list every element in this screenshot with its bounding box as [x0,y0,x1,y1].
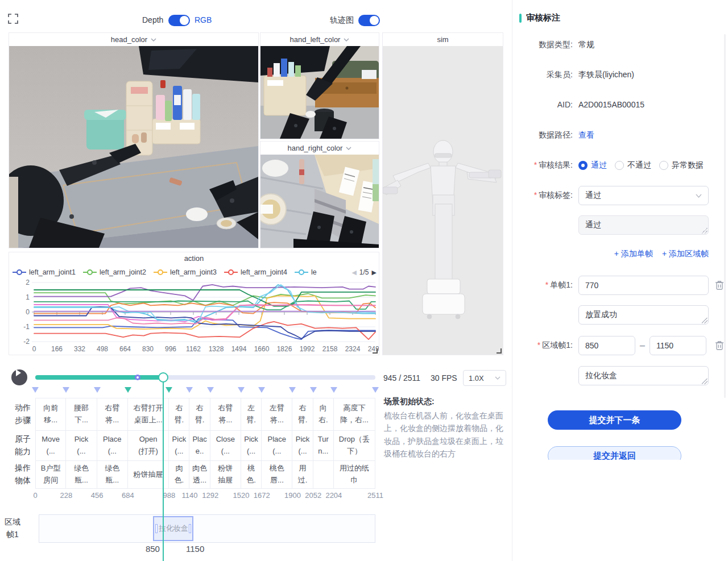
svg-text:1: 1 [26,293,30,301]
radio-abnormal[interactable]: 异常数据 [659,160,704,171]
table-cell: Tur n... [313,430,334,461]
frame-marker-icon[interactable] [63,387,69,393]
legend-item[interactable]: left_arm_joint1 [13,268,76,276]
svg-text:-1: -1 [23,323,30,331]
speed-select[interactable]: 1.0X [463,370,506,386]
resize-handle-icon[interactable] [702,318,708,323]
chart-title-text: action [184,254,204,263]
frame-marker-icon[interactable] [207,387,214,393]
table-cell: Close (... [210,430,241,461]
region-frame-track[interactable]: 拉化妆盒 [39,514,375,543]
frame-marker-icon[interactable] [330,387,337,393]
region-start-input[interactable]: 850 [578,336,635,355]
camera-title-hand-left[interactable]: hand_left_color [260,33,379,46]
svg-text:830: 830 [142,345,154,353]
table-cell: 左臂 将... [261,398,292,431]
add-region-frame-link[interactable]: + 添加区域帧 [662,249,709,259]
row-label: 动作 步骤 [10,398,35,431]
region-handle-right[interactable] [189,524,191,533]
legend-item[interactable]: left_arm_joint3 [154,268,217,276]
frame-marker-icon[interactable] [125,387,131,393]
camera-panel-head: head_color [9,32,259,248]
trash-icon[interactable] [715,280,724,290]
table-cell: 右臂 将... [97,398,128,431]
add-single-frame-link[interactable]: + 添加单帧 [614,249,653,259]
frame-marker-icon[interactable] [289,387,296,393]
radio-icon [578,161,588,170]
region-note-textarea[interactable]: 拉化妆盒 [578,366,709,385]
region-frame-box[interactable]: 拉化妆盒 [153,516,193,541]
scene-title: 场景初始状态: [384,397,507,407]
scale-tick-label: 684 [115,491,140,500]
data-path-view-link[interactable]: 查看 [578,130,594,140]
legend-next-icon[interactable]: ▶ [372,269,377,276]
svg-text:1494: 1494 [231,345,247,353]
frame-marker-icon[interactable] [238,387,245,393]
action-chart-panel: action left_arm_joint1left_arm_joint2lef… [9,252,379,355]
legend-item[interactable]: le [295,268,317,276]
resize-handle-icon[interactable] [373,348,378,354]
legend-item[interactable]: left_arm_joint4 [224,268,287,276]
submit-return-clip: 提交并返回 [512,446,728,460]
camera-panel-hand-left: hand_left_color [260,32,379,139]
resize-handle-icon[interactable] [702,228,708,234]
trajectory-toggle[interactable] [358,15,380,26]
region-end-input[interactable]: 1150 [650,336,706,355]
svg-text:2158: 2158 [322,345,338,353]
svg-text:996: 996 [165,345,176,353]
legend-prev-icon[interactable]: ◀ [351,269,356,276]
resize-handle-icon[interactable] [702,379,708,384]
camera-title-head[interactable]: head_color [9,33,258,46]
table-cell: 粉饼 抽屉 [210,460,241,489]
add-links-row: + 添加单帧 + 添加区域帧 [578,249,709,259]
frame-marker-icon[interactable] [186,387,193,393]
svg-text:2: 2 [26,279,30,286]
single-frame-note-textarea[interactable]: 放置成功 [578,305,709,325]
scene-text: 梳妆台在机器人前，化妆盒在桌面上，化妆盒的侧边摆放着物品，化妆品，护肤品盒垃圾在… [384,409,507,460]
review-tag-select[interactable]: 通过 [578,186,709,205]
chevron-down-icon [344,38,349,41]
svg-text:1992: 1992 [300,345,315,353]
svg-text:1660: 1660 [254,345,270,353]
scale-tick-label: 2204 [321,491,346,500]
play-button[interactable] [11,369,27,385]
legend-item[interactable]: left_arm_joint2 [83,268,146,276]
camera-title-hand-right[interactable]: hand_right_color [260,142,379,155]
scale-tick-label: 1672 [249,491,274,500]
region-handle-left[interactable] [155,524,158,533]
frame-marker-icon[interactable] [258,387,265,393]
table-cell: Plac e.. [189,430,210,461]
camera-panel-sim: sim [382,32,503,355]
trash-icon[interactable] [715,340,724,351]
row-label: 操作 物体 [10,460,35,489]
chart-legend: left_arm_joint1left_arm_joint2left_arm_j… [13,265,377,280]
fullscreen-icon[interactable] [8,14,18,24]
radio-fail[interactable]: 不通过 [615,160,651,171]
frame-marker-icon[interactable] [310,387,317,393]
camera-title-text: sim [437,35,448,44]
field-collector: 采集员: 李轶晨(liyichen) [512,70,728,80]
playback-slider[interactable] [35,374,375,381]
play-icon [16,369,24,376]
frame-marker-icon[interactable] [372,387,379,393]
tag-note-textarea[interactable]: 通过 [578,215,709,235]
frame-marker-icon[interactable] [166,387,172,393]
resize-handle-icon[interactable] [497,348,502,354]
submit-return-button[interactable]: 提交并返回 [548,446,681,460]
table-cell: 绿色 瓶... [97,460,128,489]
table-cell: 腰部 下... [65,398,97,431]
frame-marker-icon[interactable] [32,387,39,393]
frame-marker-icon[interactable] [94,387,101,393]
svg-text:0: 0 [26,308,30,316]
single-frame-input[interactable]: 770 [578,276,709,295]
scrollbar[interactable] [724,34,726,398]
table-cell: 右 臂. [292,398,313,431]
data-path-label: 数据路径: [512,130,573,140]
svg-text:664: 664 [119,345,131,353]
depth-rgb-toggle[interactable] [168,15,190,26]
region-end-label: 1150 [178,544,212,554]
radio-pass[interactable]: 通过 [578,160,607,171]
submit-next-button[interactable]: 提交并下一条 [548,410,681,430]
slider-handle[interactable] [158,372,168,383]
table-cell: 绿色 瓶... [65,460,97,489]
